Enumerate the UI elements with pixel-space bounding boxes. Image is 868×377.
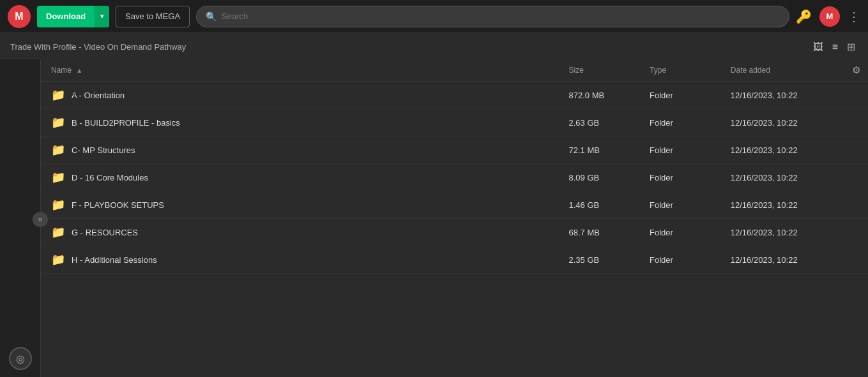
file-name: C- MP Structures bbox=[72, 145, 135, 155]
download-button-group: Download ▾ bbox=[37, 6, 109, 27]
content-area: Name ▲ Size Type Date added ⚙ 📁 bbox=[41, 59, 868, 377]
cell-settings bbox=[844, 137, 868, 164]
table-row[interactable]: 📁 A - Orientation 872.0 MB Folder 12/16/… bbox=[41, 82, 868, 109]
thumbnail-view-button[interactable]: 🖼 bbox=[811, 40, 826, 54]
folder-icon: 📁 bbox=[51, 88, 65, 102]
cell-type: Folder bbox=[642, 219, 723, 246]
cell-size: 2.35 GB bbox=[561, 246, 642, 274]
cell-size: 8.09 GB bbox=[561, 164, 642, 191]
col-header-settings: ⚙ bbox=[844, 59, 868, 82]
cell-date: 12/16/2023, 10:22 bbox=[723, 137, 844, 164]
cell-name: 📁 D - 16 Core Modules bbox=[41, 164, 561, 191]
view-icons: 🖼 ≡ ⊞ bbox=[811, 40, 858, 54]
download-dropdown-button[interactable]: ▾ bbox=[95, 6, 109, 27]
cell-size: 872.0 MB bbox=[561, 82, 642, 109]
folder-icon: 📁 bbox=[51, 198, 65, 212]
cell-type: Folder bbox=[642, 164, 723, 191]
table-row[interactable]: 📁 G - RESOURCES 68.7 MB Folder 12/16/202… bbox=[41, 219, 868, 246]
cell-date: 12/16/2023, 10:22 bbox=[723, 246, 844, 274]
file-name: G - RESOURCES bbox=[72, 228, 138, 237]
sidebar-bottom: ◎ bbox=[9, 347, 32, 377]
cell-settings bbox=[844, 164, 868, 191]
file-table-body: 📁 A - Orientation 872.0 MB Folder 12/16/… bbox=[41, 82, 868, 274]
cell-settings bbox=[844, 82, 868, 109]
cell-size: 72.1 MB bbox=[561, 137, 642, 164]
file-name: F - PLAYBOOK SETUPS bbox=[72, 200, 164, 210]
folder-icon: 📁 bbox=[51, 143, 65, 157]
avatar[interactable]: M bbox=[819, 6, 840, 27]
file-name: H - Additional Sessions bbox=[72, 255, 157, 265]
file-name: D - 16 Core Modules bbox=[72, 173, 148, 182]
cell-settings bbox=[844, 219, 868, 246]
sidebar: » ◎ bbox=[0, 59, 41, 377]
gear-icon: ⚙ bbox=[852, 64, 860, 75]
table-row[interactable]: 📁 F - PLAYBOOK SETUPS 1.46 GB Folder 12/… bbox=[41, 191, 868, 219]
download-button[interactable]: Download bbox=[37, 6, 95, 27]
cell-type: Folder bbox=[642, 82, 723, 109]
image-icon: 🖼 bbox=[813, 41, 823, 52]
sidebar-toggle-button[interactable]: » bbox=[33, 212, 48, 227]
table-row[interactable]: 📁 H - Additional Sessions 2.35 GB Folder… bbox=[41, 246, 868, 274]
cell-type: Folder bbox=[642, 137, 723, 164]
save-to-mega-button[interactable]: Save to MEGA bbox=[116, 6, 190, 27]
col-header-size[interactable]: Size bbox=[561, 59, 642, 82]
cell-size: 1.46 GB bbox=[561, 191, 642, 219]
cell-date: 12/16/2023, 10:22 bbox=[723, 219, 844, 246]
search-bar: 🔍 bbox=[196, 6, 789, 27]
folder-icon: 📁 bbox=[51, 170, 65, 184]
cell-name: 📁 C- MP Structures bbox=[41, 137, 561, 163]
topbar: M Download ▾ Save to MEGA 🔍 🔑 M ⋮ bbox=[0, 0, 868, 33]
more-options-icon[interactable]: ⋮ bbox=[848, 9, 860, 24]
cell-date: 12/16/2023, 10:22 bbox=[723, 109, 844, 137]
cell-settings bbox=[844, 246, 868, 274]
list-icon: ≡ bbox=[832, 41, 838, 52]
grid-icon: ⊞ bbox=[847, 41, 855, 52]
table-row[interactable]: 📁 C- MP Structures 72.1 MB Folder 12/16/… bbox=[41, 137, 868, 164]
mega-logo[interactable]: M bbox=[8, 5, 31, 28]
main-layout: » ◎ Name ▲ Size Type Date added bbox=[0, 59, 868, 377]
cell-name: 📁 A - Orientation bbox=[41, 82, 561, 108]
cell-name: 📁 H - Additional Sessions bbox=[41, 246, 561, 273]
cell-name: 📁 F - PLAYBOOK SETUPS bbox=[41, 191, 561, 218]
cell-type: Folder bbox=[642, 191, 723, 219]
chevron-down-icon: ▾ bbox=[100, 12, 104, 20]
cell-settings bbox=[844, 109, 868, 137]
cell-settings bbox=[844, 191, 868, 219]
sidebar-circle-button[interactable]: ◎ bbox=[9, 347, 32, 370]
cell-date: 12/16/2023, 10:22 bbox=[723, 82, 844, 109]
breadcrumb: Trade With Profile - Video On Demand Pat… bbox=[10, 42, 186, 52]
file-name: B - BUILD2PROFILE - basics bbox=[72, 118, 180, 128]
table-header-row: Name ▲ Size Type Date added ⚙ bbox=[41, 59, 868, 82]
table-row[interactable]: 📁 B - BUILD2PROFILE - basics 2.63 GB Fol… bbox=[41, 109, 868, 137]
cell-name: 📁 G - RESOURCES bbox=[41, 219, 561, 246]
col-header-date[interactable]: Date added bbox=[723, 59, 844, 82]
file-table: Name ▲ Size Type Date added ⚙ 📁 bbox=[41, 59, 868, 274]
cell-date: 12/16/2023, 10:22 bbox=[723, 191, 844, 219]
chevron-right-icon: » bbox=[38, 215, 43, 224]
col-header-type[interactable]: Type bbox=[642, 59, 723, 82]
cell-size: 68.7 MB bbox=[561, 219, 642, 246]
grid-view-button[interactable]: ⊞ bbox=[844, 40, 858, 54]
search-icon: 🔍 bbox=[206, 11, 217, 22]
table-row[interactable]: 📁 D - 16 Core Modules 8.09 GB Folder 12/… bbox=[41, 164, 868, 191]
key-icon[interactable]: 🔑 bbox=[796, 9, 812, 24]
cell-size: 2.63 GB bbox=[561, 109, 642, 137]
col-header-name[interactable]: Name ▲ bbox=[41, 59, 561, 82]
breadcrumb-bar: Trade With Profile - Video On Demand Pat… bbox=[0, 33, 868, 59]
cell-name: 📁 B - BUILD2PROFILE - basics bbox=[41, 109, 561, 136]
sort-arrow-icon: ▲ bbox=[76, 67, 82, 74]
topbar-right: 🔑 M ⋮ bbox=[796, 6, 860, 27]
cell-date: 12/16/2023, 10:22 bbox=[723, 164, 844, 191]
settings-gear-button[interactable]: ⚙ bbox=[852, 64, 860, 76]
circle-icon: ◎ bbox=[16, 353, 25, 365]
list-view-button[interactable]: ≡ bbox=[830, 40, 841, 54]
folder-icon: 📁 bbox=[51, 115, 65, 129]
cell-type: Folder bbox=[642, 246, 723, 274]
folder-icon: 📁 bbox=[51, 253, 65, 267]
search-input[interactable] bbox=[222, 11, 780, 21]
file-name: A - Orientation bbox=[72, 91, 125, 100]
folder-icon: 📁 bbox=[51, 225, 65, 239]
cell-type: Folder bbox=[642, 109, 723, 137]
